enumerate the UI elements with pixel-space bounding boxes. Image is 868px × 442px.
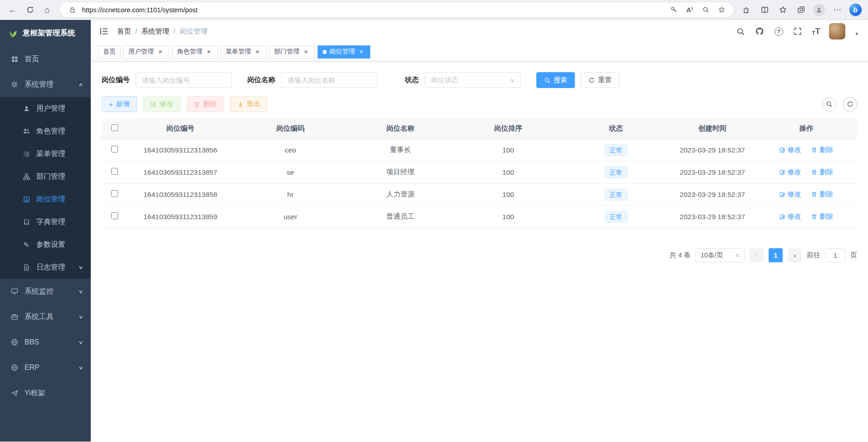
export-button[interactable]: 导出 (230, 96, 268, 112)
browser-profile-avatar[interactable] (811, 2, 827, 18)
sidebar-item-yi-framework[interactable]: Yi框架 (0, 380, 91, 406)
collapse-sidebar-icon[interactable] (98, 25, 110, 37)
browser-home-button[interactable]: ⌂ (39, 2, 55, 18)
password-key-icon[interactable] (668, 4, 680, 16)
sidebar-item-system[interactable]: 系统管理 ∧ (0, 72, 91, 97)
row-checkbox[interactable] (111, 146, 118, 152)
row-checkbox[interactable] (111, 212, 118, 219)
post-code-input[interactable] (136, 72, 232, 88)
collections-icon[interactable] (793, 2, 809, 18)
row-edit-link[interactable]: 修改 (780, 190, 801, 199)
user-avatar[interactable] (829, 23, 845, 39)
select-all-checkbox[interactable] (111, 124, 118, 131)
cell-post-name: 项目经理 (347, 161, 454, 183)
globe-icon (10, 339, 19, 346)
add-button[interactable]: + 新增 (102, 96, 137, 112)
browser-back-button[interactable]: ← (5, 2, 21, 18)
close-icon[interactable]: × (254, 48, 261, 56)
page-number-button[interactable]: 1 (769, 248, 783, 262)
sidebar-item-dict-mgmt[interactable]: 字典管理 (0, 211, 91, 233)
sidebar-item-monitor[interactable]: 系统监控 ∨ (0, 279, 91, 304)
chevron-down-icon: ∨ (78, 265, 83, 270)
browser-more-icon[interactable]: ⋯ (829, 2, 845, 18)
font-size-icon[interactable]: TT (812, 27, 820, 36)
col-actions: 操作 (755, 118, 857, 139)
favorite-add-icon[interactable] (716, 4, 727, 16)
tag-post-mgmt[interactable]: 岗位管理 × (318, 45, 370, 59)
cell-post-id: 1641030593112313857 (127, 161, 234, 183)
tag-dept-mgmt[interactable]: 部门管理 × (269, 45, 315, 59)
fullscreen-icon[interactable] (793, 26, 803, 36)
page-size-select[interactable]: 10条/页 ∨ (696, 248, 745, 262)
refresh-table-button[interactable] (843, 97, 857, 112)
sidebar-item-bbs[interactable]: BBS ∨ (0, 329, 91, 355)
chevron-down-icon: ∨ (510, 77, 515, 83)
row-delete-link[interactable]: 删除 (811, 168, 833, 177)
sidebar-item-dept-mgmt[interactable]: 部门管理 (0, 165, 91, 188)
favorites-icon[interactable] (775, 2, 791, 18)
row-edit-link[interactable]: 修改 (780, 168, 801, 177)
browser-toolbar: ← ⌂ https://ccnetcore.com:1101/system/po… (0, 0, 868, 20)
zoom-icon[interactable] (700, 4, 711, 16)
cell-post-code: se (234, 161, 347, 183)
sidebar-item-log-mgmt[interactable]: 日志管理 ∨ (0, 256, 91, 279)
status-select[interactable]: 岗位状态 ∨ (425, 72, 521, 88)
address-bar[interactable]: https://ccnetcore.com:1101/system/post A… (60, 3, 734, 17)
row-edit-link[interactable]: 修改 (780, 146, 801, 154)
prev-page-button[interactable]: ‹ (750, 248, 764, 262)
read-aloud-icon[interactable]: A⁾ (684, 4, 696, 16)
close-icon[interactable]: × (358, 48, 365, 56)
browser-refresh-button[interactable] (22, 2, 38, 18)
close-icon[interactable]: × (205, 48, 213, 56)
col-post-id: 岗位编号 (127, 118, 234, 139)
tag-user-mgmt[interactable]: 用户管理 × (123, 45, 169, 59)
sidebar-item-home[interactable]: 首页 (0, 46, 91, 72)
row-checkbox[interactable] (111, 168, 118, 175)
sidebar-item-tools[interactable]: 系统工具 ∨ (0, 304, 91, 329)
sidebar-item-param-settings[interactable]: ✎ 参数设置 (0, 233, 91, 256)
sidebar-item-label: 角色管理 (36, 127, 65, 136)
toggle-search-button[interactable] (822, 97, 836, 112)
reset-button[interactable]: 重置 (581, 72, 619, 88)
sidebar-item-user-mgmt[interactable]: 用户管理 (0, 97, 91, 120)
post-name-input[interactable] (281, 72, 378, 88)
url-text: https://ccnetcore.com:1101/system/post (82, 6, 664, 14)
sidebar-item-erp[interactable]: ERP ∨ (0, 355, 91, 380)
sidebar-item-label: 岗位管理 (36, 195, 65, 204)
cell-post-code: ceo (234, 139, 347, 161)
breadcrumb-home[interactable]: 首页 (117, 27, 131, 36)
goto-page-input[interactable] (825, 248, 845, 262)
sidebar-item-menu-mgmt[interactable]: 菜单管理 (0, 142, 91, 165)
split-screen-icon[interactable] (756, 2, 773, 18)
log-icon (22, 264, 31, 271)
post-icon (22, 196, 31, 203)
row-delete-link[interactable]: 删除 (811, 146, 833, 154)
close-icon[interactable]: × (157, 48, 164, 56)
app-logo[interactable]: 意框架管理系统 (0, 20, 91, 46)
sidebar-item-post-mgmt[interactable]: 岗位管理 (0, 188, 91, 211)
sidebar-item-label: 首页 (25, 54, 39, 64)
tag-label: 用户管理 (128, 48, 154, 56)
github-icon[interactable] (755, 26, 765, 36)
search-button[interactable]: 搜索 (536, 72, 575, 88)
row-checkbox[interactable] (111, 190, 118, 197)
cell-post-id: 1641030593112313858 (127, 183, 234, 206)
close-icon[interactable]: × (302, 48, 310, 56)
next-page-button[interactable]: › (788, 248, 802, 262)
search-icon[interactable] (736, 26, 745, 36)
row-delete-link[interactable]: 删除 (811, 190, 833, 199)
tag-menu-mgmt[interactable]: 菜单管理 × (221, 45, 266, 59)
sidebar-item-label: 部门管理 (36, 172, 65, 182)
tree-icon (22, 173, 31, 180)
extensions-icon[interactable] (738, 2, 755, 18)
tag-home[interactable]: 首页 (98, 45, 121, 59)
tag-role-mgmt[interactable]: 角色管理 × (172, 45, 218, 59)
sidebar-item-role-mgmt[interactable]: 角色管理 (0, 120, 91, 142)
row-delete-link[interactable]: 删除 (811, 212, 833, 221)
breadcrumb-system[interactable]: 系统管理 (141, 27, 169, 36)
help-icon[interactable]: ? (774, 26, 784, 36)
breadcrumb-current: 岗位管理 (180, 27, 208, 36)
bing-copilot-icon[interactable]: b (847, 2, 863, 18)
page-unit-label: 页 (850, 251, 857, 260)
row-edit-link[interactable]: 修改 (780, 212, 801, 221)
